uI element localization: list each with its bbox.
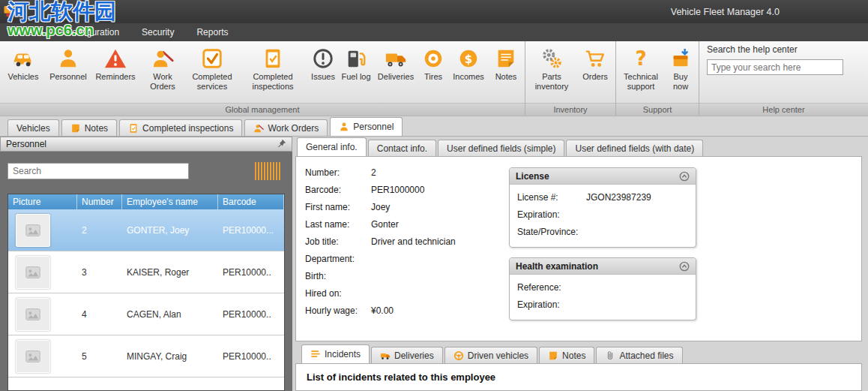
help-search-label: Search the help center [707,44,843,55]
personnel-search-input[interactable] [7,163,189,179]
help-search-input[interactable] [707,59,843,75]
ribbon-deliveries-button[interactable]: Deliveries [373,44,418,83]
ribbon-tires-button[interactable]: Tires [418,44,448,83]
field-value: JGON23987239 [586,192,688,203]
cell-barcode: PER10000.. [218,267,284,278]
barcode-icon[interactable] [255,162,282,180]
subtab-notes[interactable]: Notes [539,347,594,363]
menu-general[interactable]: General [0,23,55,41]
column-header-picture[interactable]: Picture [8,194,77,209]
tab-work-orders[interactable]: Work Orders [244,119,328,136]
person-icon [339,122,349,132]
table-row[interactable] [8,377,284,391]
subtab-incidents[interactable]: Incidents [301,344,370,363]
collapse-icon[interactable] [679,171,690,182]
ribbon-vehicles-button[interactable]: Vehicles [1,44,45,83]
tab-label: Personnel [353,122,394,132]
ribbon-completed-services-button[interactable]: Completed services [186,44,238,92]
cell-barcode: PER10000... [218,225,284,236]
field-label: Job title: [305,236,371,248]
ribbon-incomes-button[interactable]: $ Incomes [448,44,489,83]
ribbon-notes-button[interactable]: Notes [489,44,523,83]
subtab-attached-files[interactable]: Attached files [596,347,682,363]
tab-user-fields-date[interactable]: User defined fields (with date) [566,140,703,156]
ribbon-fuel-log-button[interactable]: Fuel log [339,44,373,83]
ribbon-label: Fuel log [340,72,373,82]
column-header-name[interactable]: Employee's name [122,194,218,209]
ribbon-group-inventory: Parts inventory Orders Inventory [525,41,616,116]
ribbon-orders-button[interactable]: Orders [576,44,614,83]
table-row[interactable]: 3 KAISER, Roger PER10000.. [8,251,284,293]
cart-icon [584,46,606,71]
ribbon-completed-inspections-button[interactable]: Completed inspections [238,44,307,92]
ribbon-issues-button[interactable]: Issues [307,44,339,83]
pin-icon[interactable] [277,139,286,150]
ribbon-parts-inventory-button[interactable]: Parts inventory [527,44,576,92]
tab-label: Completed inspections [142,123,233,134]
field-value [586,227,688,238]
cell-number: 3 [77,267,122,278]
menu-reports[interactable]: Reports [185,23,239,41]
field-value [371,254,509,265]
field-label: State/Province: [517,227,586,238]
column-header-number[interactable]: Number [77,194,122,209]
cell-name: CAGEN, Alan [122,309,218,320]
tab-label: Contact info. [377,143,427,154]
tab-vehicles[interactable]: Vehicles [7,119,59,136]
panel-body: Picture Number Employee's name Barcode 2… [0,152,292,391]
ribbon-label: Vehicles [2,72,44,82]
ribbon-reminders-button[interactable]: Reminders [91,44,139,83]
personnel-detail-panel: General info. Contact info. User defined… [292,137,868,391]
worker-icon [151,46,174,71]
ribbon-buy-now-button[interactable]: Buy now [664,44,697,92]
tire-icon [422,46,444,71]
column-header-barcode[interactable]: Barcode [218,194,284,209]
field-label: Hired on: [305,288,371,299]
collapse-icon[interactable] [679,261,690,272]
tab-user-fields-simple[interactable]: User defined fields (simple) [438,140,564,156]
tab-contact-info[interactable]: Contact info. [368,140,436,156]
table-row[interactable]: 5 MINGAY, Craig PER10000.. [8,335,284,377]
tab-label: Driven vehicles [468,350,528,361]
tab-label: General info. [306,142,358,152]
menu-security[interactable]: Security [130,23,185,41]
ribbon-label: Parts inventory [528,72,576,91]
tab-notes[interactable]: Notes [61,119,117,136]
ribbon-label: Deliveries [374,72,418,82]
table-row[interactable]: 2 GONTER, Joey PER10000... [8,209,284,251]
tab-general-info[interactable]: General info. [297,137,367,156]
menu-configuration[interactable]: Configuration [55,23,130,41]
ribbon-work-orders-button[interactable]: Work Orders [139,44,186,92]
ribbon-label: Tires [419,72,447,82]
ribbon-technical-support-button[interactable]: ? Technical support [618,44,664,92]
app-logo-icon [3,2,21,22]
field-value: ¥0.00 [371,305,509,317]
field-label: License #: [517,192,586,203]
truck-icon [380,350,391,361]
steering-wheel-icon [453,350,464,361]
ribbon-personnel-button[interactable]: Personnel [45,44,91,83]
field-value [586,209,688,221]
field-value: PER1000000 [371,185,509,196]
subtab-driven-vehicles[interactable]: Driven vehicles [444,347,537,363]
vehicle-fleet-manager-window: 河北软件园 www.pc6.cn Vehicle Fleet Manager 4… [0,0,868,391]
checkbox-icon [201,46,223,71]
menubar: General Configuration Security Reports [0,23,868,41]
field-value: 2 [371,167,509,179]
field-label: Last name: [305,219,371,230]
tab-label: Notes [562,350,585,361]
photo-placeholder-icon [16,340,50,373]
tab-completed-inspections[interactable]: Completed inspections [119,119,242,136]
panel-title: Personnel [6,139,46,149]
incidents-panel: List of incidents related to this employ… [295,363,862,391]
truck-icon [385,46,407,71]
table-row[interactable]: 4 CAGEN, Alan PER10000.. [8,293,284,335]
ribbon-group-label: Help center [699,103,868,116]
subtab-deliveries[interactable]: Deliveries [371,347,443,363]
photo-placeholder-icon [16,256,50,289]
cell-name: MINGAY, Craig [122,351,218,362]
tab-personnel[interactable]: Personnel [330,117,403,136]
fuel-pump-icon [345,46,367,71]
exclamation-icon [312,46,334,71]
cell-name: KAISER, Roger [122,267,218,278]
